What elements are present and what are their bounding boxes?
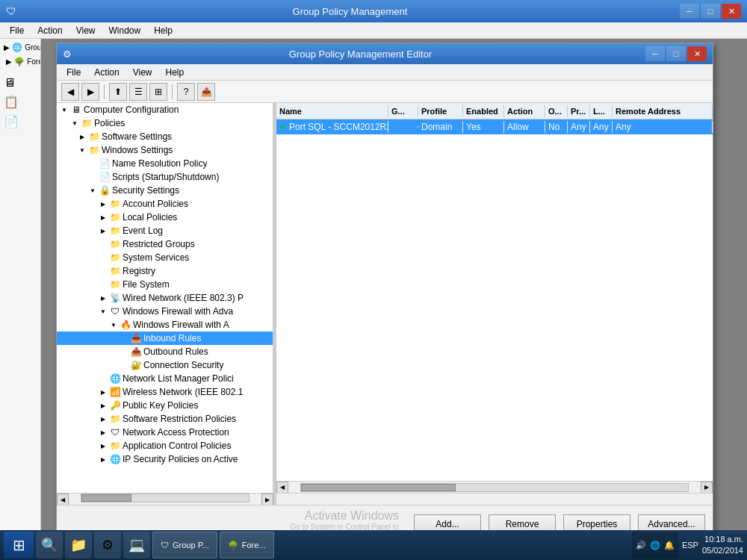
tree-expand-appctrl[interactable]: ▶ (99, 441, 108, 450)
tree-node-app-control[interactable]: ▶ 📁 Application Control Policies (57, 439, 273, 452)
col-header-action[interactable]: Action (504, 105, 545, 117)
outer-menu-file[interactable]: File (4, 24, 30, 37)
tree-node-windows-settings[interactable]: ▼ 📁 Windows Settings (57, 143, 273, 157)
tree-node-ip-security[interactable]: ▶ 🌐 IP Security Policies on Active (57, 452, 273, 466)
tree-scroll-right-btn[interactable]: ▶ (261, 494, 273, 505)
detail-horizontal-scrollbar[interactable]: ◀ ▶ (276, 481, 713, 493)
tree-expand-windows[interactable]: ▼ (78, 146, 87, 155)
tree-expand-firewalladv[interactable]: ▼ (99, 307, 108, 316)
col-header-profile[interactable]: Profile (418, 105, 463, 117)
clock[interactable]: 10:18 a.m. 05/02/2014 (702, 534, 743, 557)
tree-node-local-policies[interactable]: ▶ 📁 Local Policies (57, 211, 273, 224)
tree-scroll-thumb[interactable] (81, 494, 131, 502)
tree-expand-wired[interactable]: ▶ (99, 293, 108, 302)
taskbar-icon-2[interactable]: 📁 (65, 532, 92, 559)
tree-node-account-policies[interactable]: ▶ 📁 Account Policies (57, 197, 273, 211)
col-header-group[interactable]: G... (388, 105, 418, 117)
tree-node-software-restriction[interactable]: ▶ 📁 Software Restriction Policies (57, 412, 273, 426)
tree-node-network-access[interactable]: ▶ 🛡 Network Access Protection (57, 426, 273, 439)
toolbar-view2-btn[interactable]: ⊞ (149, 83, 167, 101)
tree-node-name-resolution[interactable]: ▶ 📄 Name Resolution Policy (57, 157, 273, 170)
tree-expand-event[interactable]: ▶ (99, 226, 108, 235)
tree-node-scripts[interactable]: ▶ 📄 Scripts (Startup/Shutdown) (57, 170, 273, 184)
tree-scroll-left-btn[interactable]: ◀ (57, 494, 69, 505)
col-header-name[interactable]: Name (276, 105, 388, 117)
tray-icon-2[interactable]: 🌐 (650, 541, 660, 550)
tree-expand-local[interactable]: ▶ (99, 213, 108, 222)
toolbar-help-btn[interactable]: ? (177, 83, 195, 101)
tree-node-restricted-groups[interactable]: ▶ 📁 Restricted Groups (57, 237, 273, 251)
tree-node-registry[interactable]: ▶ 📁 Registry (57, 264, 273, 278)
taskbar-icon-4[interactable]: 💻 (123, 532, 150, 559)
tree-expand-computer[interactable]: ▼ (60, 105, 69, 114)
outer-tree-icon-3[interactable]: 📄 (2, 113, 38, 130)
inner-menu-action[interactable]: Action (88, 66, 125, 79)
outer-close-btn[interactable]: ✕ (722, 4, 741, 19)
tree-node-outbound-rules[interactable]: ▶ 📤 Outbound Rules (57, 345, 273, 358)
tree-node-file-system[interactable]: ▶ 📁 File System (57, 278, 273, 291)
tree-expand-wireless[interactable]: ▶ (99, 388, 108, 396)
tree-node-wireless[interactable]: ▶ 📶 Wireless Network (IEEE 802.1 (57, 385, 273, 399)
tree-node-event-log[interactable]: ▶ 📁 Event Log (57, 224, 273, 237)
taskbar-icon-3[interactable]: ⚙ (94, 532, 121, 559)
outer-menu-action[interactable]: Action (31, 24, 68, 37)
taskbar-icon-1[interactable]: 🔍 (36, 532, 63, 559)
tree-node-inbound-rules[interactable]: ▶ 📥 Inbound Rules (57, 332, 273, 345)
tree-node-system-services[interactable]: ▶ 📁 System Services (57, 251, 273, 264)
inner-close-btn[interactable]: ✕ (687, 46, 707, 61)
toolbar-up-btn[interactable]: ⬆ (109, 83, 127, 101)
tree-expand-netaccess[interactable]: ▶ (99, 428, 108, 437)
tree-node-wired-network[interactable]: ▶ 📡 Wired Network (IEEE 802.3) P (57, 291, 273, 305)
toolbar-forward-btn[interactable]: ▶ (81, 83, 99, 101)
inner-menu-file[interactable]: File (61, 66, 87, 79)
col-header-protocol[interactable]: Pr... (568, 105, 590, 117)
start-button[interactable]: ⊞ (4, 532, 34, 559)
outer-tree-icon-2[interactable]: 📋 (2, 93, 38, 111)
outer-tree-item-gpm[interactable]: ▶ 🌐 Group P (0, 39, 40, 55)
tree-expand-policies[interactable]: ▼ (70, 119, 79, 128)
col-header-local[interactable]: L... (590, 105, 613, 117)
tree-node-security-settings[interactable]: ▼ 🔒 Security Settings (57, 184, 273, 197)
tree-node-public-key[interactable]: ▶ 🔑 Public Key Policies (57, 399, 273, 412)
tree-node-win-firewall-inner[interactable]: ▼ 🔥 Windows Firewall with A (57, 318, 273, 332)
inner-minimize-btn[interactable]: ─ (645, 46, 665, 61)
tree-expand-firewallinner[interactable]: ▼ (109, 320, 118, 329)
scroll-right-btn[interactable]: ▶ (701, 482, 713, 494)
toolbar-export-btn[interactable]: 📤 (197, 83, 215, 101)
taskbar-app-2[interactable]: 🌳 Fore... (220, 532, 274, 559)
scroll-track[interactable] (300, 483, 689, 492)
scroll-thumb[interactable] (301, 484, 456, 491)
col-header-enabled[interactable]: Enabled (463, 105, 504, 117)
tray-icon-1[interactable]: 🔊 (636, 541, 646, 550)
tree-expand-ipsec[interactable]: ▶ (99, 455, 108, 464)
col-header-remote[interactable]: Remote Address (613, 105, 713, 117)
tree-expand-pubkey[interactable]: ▶ (99, 401, 108, 410)
col-header-override[interactable]: O... (545, 105, 568, 117)
tray-icon-3[interactable]: 🔔 (664, 541, 675, 550)
tree-expand-security[interactable]: ▼ (88, 186, 97, 195)
outer-tree-item-forest[interactable]: ▶ 🌳 Fore... (0, 55, 40, 69)
tree-node-software-settings[interactable]: ▶ 📁 Software Settings (57, 130, 273, 143)
tree-node-network-list[interactable]: ▶ 🌐 Network List Manager Polici (57, 372, 273, 385)
tree-scroll-track[interactable] (81, 494, 249, 503)
tree-expand-software[interactable]: ▶ (78, 132, 87, 141)
tree-node-connection-security[interactable]: ▶ 🔐 Connection Security (57, 358, 273, 372)
tree-expand-softrestrict[interactable]: ▶ (99, 414, 108, 423)
scroll-left-btn[interactable]: ◀ (276, 482, 288, 494)
inner-menu-help[interactable]: Help (160, 66, 190, 79)
outer-menu-view[interactable]: View (70, 24, 102, 37)
outer-tree-icon-1[interactable]: 🖥 (2, 75, 38, 91)
outer-menu-help[interactable]: Help (148, 24, 179, 37)
tree-node-win-firewall-adv[interactable]: ▼ 🛡 Windows Firewall with Adva (57, 305, 273, 318)
detail-row-0[interactable]: ✔ Port SQL - SCCM2012R2 Domain Yes Allow… (276, 119, 713, 134)
outer-maximize-btn[interactable]: □ (701, 4, 720, 19)
tree-expand-account[interactable]: ▶ (99, 199, 108, 208)
language-indicator[interactable]: ESP (682, 541, 698, 550)
toolbar-view-btn[interactable]: ☰ (129, 83, 147, 101)
taskbar-app-1[interactable]: 🛡 Group P... (152, 532, 217, 559)
toolbar-back-btn[interactable]: ◀ (61, 83, 79, 101)
inner-maximize-btn[interactable]: □ (666, 46, 686, 61)
outer-minimize-btn[interactable]: ─ (680, 4, 699, 19)
tree-node-computer-config[interactable]: ▼ 🖥 Computer Configuration (57, 103, 273, 116)
inner-menu-view[interactable]: View (127, 66, 158, 79)
